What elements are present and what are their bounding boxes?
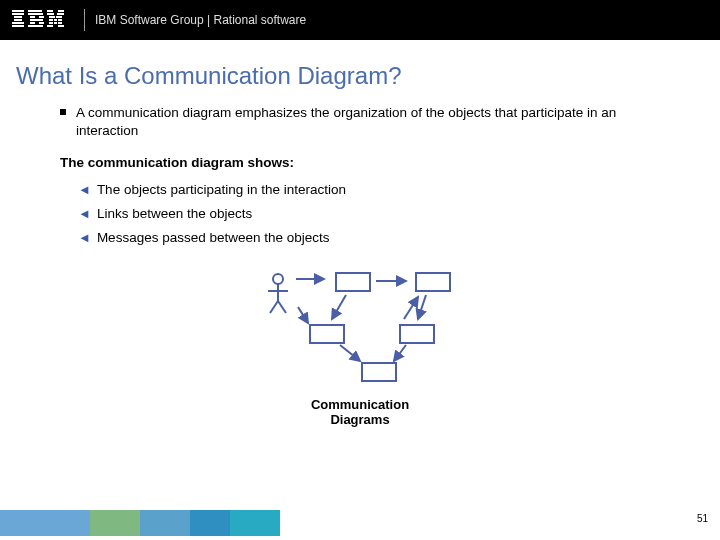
svg-line-44 [340, 345, 360, 361]
svg-rect-18 [49, 16, 55, 18]
header-divider [84, 9, 85, 31]
arrow-icon: ◄ [78, 181, 91, 199]
svg-rect-3 [14, 19, 22, 21]
list-item-text: The objects participating in the interac… [97, 181, 346, 199]
svg-line-40 [332, 295, 346, 319]
list-item-text: Links between the objects [97, 205, 252, 223]
svg-line-43 [298, 307, 308, 323]
content-area: A communication diagram emphasizes the o… [0, 104, 720, 428]
svg-rect-14 [47, 10, 53, 12]
diagram-caption: Communication Diagrams [230, 397, 490, 428]
svg-rect-2 [14, 16, 22, 18]
main-bullet: A communication diagram emphasizes the o… [60, 104, 660, 140]
page-title: What Is a Communication Diagram? [0, 40, 720, 104]
page-number: 51 [697, 513, 708, 524]
svg-rect-20 [49, 19, 53, 21]
svg-rect-21 [54, 19, 57, 21]
list-item: ◄ Messages passed between the objects [78, 229, 660, 247]
header-bar: IBM Software Group | Rational software [0, 0, 720, 40]
caption-line-2: Diagrams [330, 412, 389, 427]
arrow-icon: ◄ [78, 229, 91, 247]
svg-rect-23 [49, 22, 53, 24]
diagram-illustration: Communication Diagrams [230, 265, 490, 427]
svg-rect-16 [47, 13, 54, 15]
svg-rect-34 [416, 273, 450, 291]
svg-rect-12 [39, 22, 44, 24]
svg-line-42 [404, 297, 418, 319]
svg-line-32 [278, 301, 286, 313]
list-item: ◄ Links between the objects [78, 205, 660, 223]
svg-rect-11 [30, 22, 35, 24]
svg-rect-24 [58, 22, 62, 24]
caption-line-1: Communication [311, 397, 409, 412]
svg-rect-9 [39, 16, 44, 18]
footer-band-icon [0, 510, 720, 536]
arrow-list: ◄ The objects participating in the inter… [78, 181, 660, 248]
svg-rect-10 [30, 19, 43, 21]
svg-rect-25 [47, 25, 53, 27]
svg-rect-36 [400, 325, 434, 343]
main-bullet-text: A communication diagram emphasizes the o… [76, 104, 660, 140]
square-bullet-icon [60, 109, 66, 115]
svg-rect-17 [57, 13, 64, 15]
svg-rect-8 [30, 16, 35, 18]
svg-line-41 [418, 295, 426, 319]
svg-rect-13 [28, 25, 43, 27]
sub-heading: The communication diagram shows: [60, 154, 660, 172]
svg-rect-22 [58, 19, 62, 21]
svg-rect-19 [56, 16, 62, 18]
svg-rect-6 [28, 10, 42, 12]
svg-point-28 [273, 274, 283, 284]
list-item: ◄ The objects participating in the inter… [78, 181, 660, 199]
header-text: IBM Software Group | Rational software [95, 13, 306, 27]
svg-rect-0 [12, 10, 24, 12]
svg-rect-4 [12, 22, 24, 24]
svg-line-45 [394, 345, 406, 361]
svg-rect-33 [336, 273, 370, 291]
svg-line-31 [270, 301, 278, 313]
svg-rect-26 [58, 25, 64, 27]
svg-rect-15 [58, 10, 64, 12]
list-item-text: Messages passed between the objects [97, 229, 330, 247]
svg-rect-7 [28, 13, 43, 15]
svg-rect-27 [54, 22, 57, 24]
svg-rect-1 [12, 13, 24, 15]
ibm-logo-icon [12, 10, 64, 30]
svg-rect-35 [310, 325, 344, 343]
svg-rect-37 [362, 363, 396, 381]
arrow-icon: ◄ [78, 205, 91, 223]
footer [0, 510, 720, 540]
svg-rect-5 [12, 25, 24, 27]
